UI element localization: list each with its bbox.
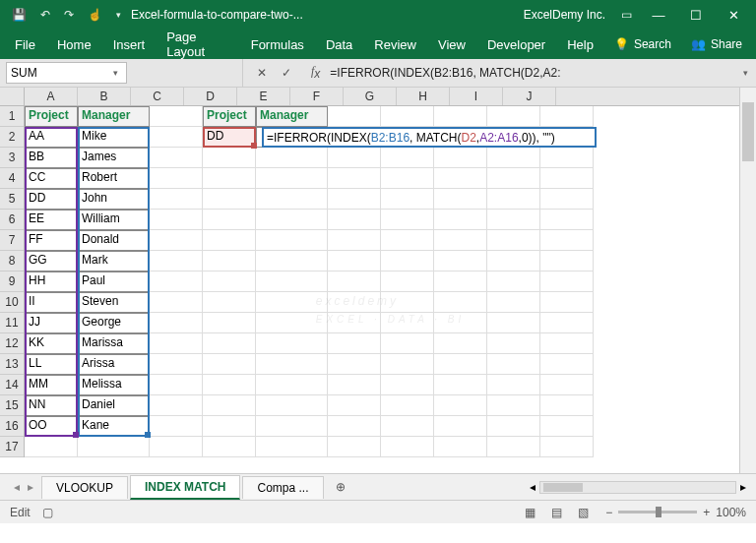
cell[interactable] bbox=[150, 313, 203, 333]
cell[interactable] bbox=[487, 354, 540, 375]
cell[interactable] bbox=[203, 292, 256, 313]
cell[interactable] bbox=[328, 292, 381, 313]
cell[interactable]: James bbox=[78, 148, 150, 168]
cell[interactable] bbox=[256, 437, 328, 457]
cell[interactable]: Project bbox=[25, 106, 78, 127]
cell[interactable] bbox=[150, 292, 203, 313]
cell[interactable] bbox=[150, 272, 203, 292]
cell[interactable] bbox=[150, 251, 203, 272]
save-icon[interactable]: 💾 bbox=[12, 8, 27, 22]
cell[interactable] bbox=[256, 189, 328, 210]
cell[interactable] bbox=[487, 375, 540, 395]
row-header[interactable]: 1 bbox=[0, 106, 24, 127]
cells-area[interactable]: ProjectManagerProjectManagerAAMikeDDBBJa… bbox=[25, 106, 756, 473]
cell[interactable] bbox=[203, 437, 256, 457]
sheet-scroll-right-icon[interactable]: ▸ bbox=[740, 480, 746, 494]
cell[interactable]: Manager bbox=[78, 106, 150, 127]
cell[interactable] bbox=[203, 251, 256, 272]
redo-icon[interactable]: ↷ bbox=[64, 8, 74, 22]
row-header[interactable]: 11 bbox=[0, 313, 24, 333]
cell[interactable] bbox=[328, 168, 381, 189]
row-header[interactable]: 14 bbox=[0, 375, 24, 395]
cell[interactable] bbox=[487, 292, 540, 313]
cell[interactable] bbox=[328, 375, 381, 395]
zoom-level[interactable]: 100% bbox=[716, 506, 746, 519]
cell[interactable]: George bbox=[78, 313, 150, 333]
cell[interactable] bbox=[328, 251, 381, 272]
row-header[interactable]: 5 bbox=[0, 189, 24, 210]
cell-e2-editing[interactable]: =IFERROR(INDEX(B2:B16, MATCH(D2,A2:A16,0… bbox=[262, 127, 597, 148]
cell[interactable]: NN bbox=[25, 395, 78, 416]
cell[interactable] bbox=[540, 210, 594, 230]
tab-insert[interactable]: Insert bbox=[102, 31, 157, 58]
cell[interactable] bbox=[434, 416, 487, 437]
cell[interactable] bbox=[328, 437, 381, 457]
formula-expand-icon[interactable]: ▾ bbox=[735, 68, 756, 78]
row-header[interactable]: 16 bbox=[0, 416, 24, 437]
cell[interactable] bbox=[540, 395, 594, 416]
cell[interactable]: MM bbox=[25, 375, 78, 395]
cell[interactable]: DD bbox=[203, 127, 256, 148]
zoom-in-button[interactable]: + bbox=[703, 506, 710, 519]
row-header[interactable]: 4 bbox=[0, 168, 24, 189]
cell[interactable] bbox=[434, 251, 487, 272]
cell[interactable] bbox=[540, 148, 594, 168]
cell[interactable] bbox=[540, 106, 594, 127]
touch-icon[interactable]: ☝ bbox=[88, 8, 102, 22]
cell[interactable] bbox=[487, 416, 540, 437]
cell[interactable] bbox=[381, 189, 434, 210]
tab-developer[interactable]: Developer bbox=[476, 31, 556, 58]
cell[interactable] bbox=[381, 168, 434, 189]
cell[interactable] bbox=[328, 416, 381, 437]
row-header[interactable]: 13 bbox=[0, 354, 24, 375]
name-box[interactable]: ▾ bbox=[6, 62, 127, 84]
cell[interactable] bbox=[434, 168, 487, 189]
cell[interactable]: AA bbox=[25, 127, 78, 148]
cell[interactable]: Manager bbox=[256, 106, 328, 127]
cell[interactable] bbox=[540, 230, 594, 251]
sheet-tab-vlookup[interactable]: VLOOKUP bbox=[41, 476, 128, 499]
cell[interactable]: JJ bbox=[25, 313, 78, 333]
col-header[interactable]: J bbox=[503, 88, 556, 105]
cell[interactable] bbox=[256, 375, 328, 395]
cancel-formula-icon[interactable]: ✕ bbox=[251, 64, 273, 82]
cell[interactable] bbox=[434, 354, 487, 375]
cell[interactable] bbox=[328, 333, 381, 354]
cell[interactable] bbox=[434, 395, 487, 416]
cell[interactable] bbox=[434, 292, 487, 313]
row-header[interactable]: 3 bbox=[0, 148, 24, 168]
cell[interactable] bbox=[381, 437, 434, 457]
cell[interactable] bbox=[256, 395, 328, 416]
cell[interactable] bbox=[203, 210, 256, 230]
tab-help[interactable]: Help bbox=[556, 31, 604, 58]
cell[interactable]: FF bbox=[25, 230, 78, 251]
cell[interactable] bbox=[150, 168, 203, 189]
cell[interactable] bbox=[434, 437, 487, 457]
cell[interactable] bbox=[256, 210, 328, 230]
cell[interactable] bbox=[434, 333, 487, 354]
cell[interactable] bbox=[256, 333, 328, 354]
cell[interactable] bbox=[203, 395, 256, 416]
sheet-scroll-left-icon[interactable]: ◂ bbox=[530, 480, 536, 494]
sheet-tab-index-match[interactable]: INDEX MATCH bbox=[130, 475, 240, 500]
zoom-out-button[interactable]: − bbox=[605, 506, 612, 519]
tab-home[interactable]: Home bbox=[46, 31, 102, 58]
cell[interactable] bbox=[150, 416, 203, 437]
cell[interactable] bbox=[540, 168, 594, 189]
cell[interactable]: Marissa bbox=[78, 333, 150, 354]
col-header[interactable]: D bbox=[184, 88, 237, 105]
cell[interactable]: CC bbox=[25, 168, 78, 189]
cell[interactable] bbox=[540, 333, 594, 354]
cell[interactable] bbox=[434, 106, 487, 127]
row-header[interactable]: 12 bbox=[0, 333, 24, 354]
cell[interactable] bbox=[203, 272, 256, 292]
tab-formulas[interactable]: Formulas bbox=[240, 31, 315, 58]
cell[interactable] bbox=[150, 437, 203, 457]
cell[interactable]: OO bbox=[25, 416, 78, 437]
row-header[interactable]: 15 bbox=[0, 395, 24, 416]
cell[interactable] bbox=[328, 354, 381, 375]
cell[interactable] bbox=[540, 251, 594, 272]
cell[interactable] bbox=[25, 437, 78, 457]
cell[interactable] bbox=[540, 375, 594, 395]
page-break-view-icon[interactable]: ▧ bbox=[571, 503, 596, 522]
